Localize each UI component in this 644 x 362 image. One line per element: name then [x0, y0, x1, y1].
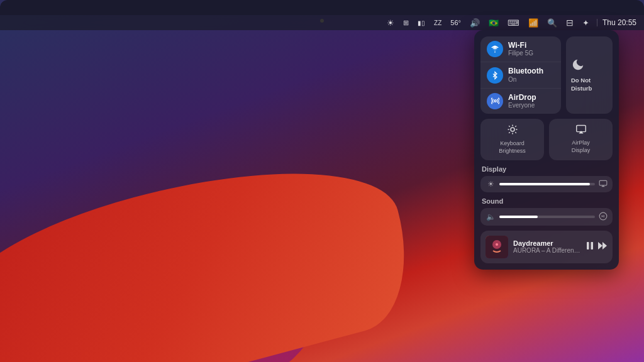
wave-shape [0, 133, 426, 362]
display-section-label: Display [480, 165, 613, 173]
track-artist: AURORA – A Different Kind of... [513, 247, 581, 254]
menubar: ☀ ⊞ ▮▯ ZZ 56° 🔊 🇧🇷 ⌨ [0, 15, 644, 30]
display-menubar-item[interactable]: ⊞ [401, 19, 411, 27]
cc-airplay-display-tile[interactable]: AirPlay Display [549, 119, 613, 160]
sound-slider-track[interactable] [499, 216, 595, 218]
wifi-icon: 📶 [528, 18, 538, 28]
dnd-label: Do NotDisturb [571, 77, 592, 92]
sound-slider-row: 🔈 [480, 208, 613, 226]
airdrop-tile-icon [487, 93, 503, 109]
svg-rect-20 [587, 242, 589, 250]
cc-small-tiles-row: Keyboard Brightness AirPlay Display [480, 119, 613, 160]
volume-menubar-item[interactable]: 🔊 [467, 18, 482, 28]
display-icon: ⊞ [403, 19, 409, 27]
notif-icon: ✦ [582, 18, 589, 28]
camera [320, 19, 324, 23]
svg-line-10 [515, 126, 516, 127]
svg-point-1 [494, 100, 496, 102]
airplay-display-icon [575, 124, 587, 137]
svg-rect-21 [591, 242, 594, 250]
sound-section-label: Sound [480, 197, 613, 205]
bluetooth-tile-text: Bluetooth On [508, 67, 555, 83]
display-slider-left-icon: ☀ [486, 180, 496, 189]
wifi-label: Wi-Fi [508, 41, 555, 50]
wifi-menubar-item[interactable]: 📶 [526, 18, 541, 28]
cc-now-playing: Daydreamer AURORA – A Different Kind of.… [480, 231, 613, 263]
control-center-icon: ⊟ [566, 18, 574, 28]
cc-airdrop-item[interactable]: AirDrop Everyone [480, 89, 561, 114]
airdrop-tile-text: AirDrop Everyone [508, 93, 555, 109]
album-art [486, 236, 508, 258]
airdrop-sub: Everyone [508, 102, 555, 109]
bluetooth-label: Bluetooth [508, 67, 555, 75]
keyboard-brightness-icon [507, 124, 518, 138]
svg-rect-12 [599, 180, 607, 185]
battery-icon: ▮▯ [418, 19, 425, 26]
spotlight-icon: 🔍 [547, 18, 557, 28]
bluetooth-sub: On [508, 76, 555, 84]
cc-keyboard-brightness-tile[interactable]: Keyboard Brightness [480, 119, 544, 160]
svg-point-19 [496, 243, 498, 246]
sound-slider-right-icon [599, 212, 608, 222]
wifi-sub: Filipe 5G [508, 50, 555, 57]
skip-forward-button[interactable] [597, 241, 608, 252]
brightness-menubar-item[interactable]: ☀ [384, 18, 397, 28]
svg-marker-23 [602, 242, 607, 250]
display-slider-track[interactable] [499, 183, 595, 185]
temp-icon: ZZ [434, 19, 441, 26]
menubar-datetime: Thu 20:55 [602, 18, 636, 27]
airplay-display-label: AirPlay Display [572, 140, 591, 154]
notif-menubar-item[interactable]: ✦ [580, 18, 592, 28]
cc-bluetooth-item[interactable]: Bluetooth On [480, 62, 561, 88]
playback-controls [586, 241, 608, 252]
svg-line-9 [509, 132, 510, 133]
keyboard-brightness-label: Keyboard Brightness [499, 140, 526, 155]
volume-icon: 🔊 [470, 18, 480, 28]
input-menubar-item[interactable]: 🇧🇷 [486, 18, 501, 28]
svg-point-0 [494, 52, 496, 53]
menubar-separator [597, 19, 597, 26]
control-center-menubar-item[interactable]: ⊟ [564, 18, 576, 28]
track-info: Daydreamer AURORA – A Different Kind of.… [513, 239, 581, 254]
flag-icon: 🇧🇷 [489, 18, 499, 28]
keyboard-icon: ⌨ [508, 18, 519, 28]
control-center-panel: Wi-Fi Filipe 5G Bluetooth On [474, 30, 619, 270]
svg-point-2 [511, 128, 514, 131]
cc-display-section: Display ☀ [480, 165, 613, 192]
cc-connectivity-stack: Wi-Fi Filipe 5G Bluetooth On [480, 36, 561, 114]
airdrop-label: AirDrop [508, 93, 555, 102]
svg-line-5 [509, 126, 510, 127]
bluetooth-tile-icon [487, 67, 503, 84]
keyboard-menubar-item[interactable]: ⌨ [505, 18, 522, 28]
track-name: Daydreamer [513, 239, 581, 247]
cc-top-row: Wi-Fi Filipe 5G Bluetooth On [480, 36, 613, 114]
sound-slider-left-icon: 🔈 [486, 212, 496, 221]
battery-menubar-item[interactable]: ▮▯ [415, 19, 428, 26]
laptop-frame: ☀ ⊞ ▮▯ ZZ 56° 🔊 🇧🇷 ⌨ [0, 0, 644, 362]
temp-menubar-item[interactable]: ZZ [431, 19, 444, 26]
menubar-items: ☀ ⊞ ▮▯ ZZ 56° 🔊 🇧🇷 ⌨ [384, 18, 636, 28]
spotlight-menubar-item[interactable]: 🔍 [545, 18, 560, 28]
cc-wifi-item[interactable]: Wi-Fi Filipe 5G [480, 36, 561, 62]
temp-value: 56° [448, 19, 464, 26]
svg-line-6 [515, 132, 516, 133]
cc-sound-section: Sound 🔈 [480, 197, 613, 226]
wifi-tile-text: Wi-Fi Filipe 5G [508, 41, 555, 57]
brightness-icon: ☀ [387, 18, 394, 28]
sound-slider-fill [499, 216, 538, 218]
display-slider-fill [499, 183, 590, 185]
display-slider-right-icon [599, 180, 608, 189]
wifi-tile-icon [487, 41, 503, 57]
cc-dnd-tile[interactable]: Do NotDisturb [566, 36, 613, 114]
svg-rect-11 [576, 126, 586, 132]
pause-button[interactable] [586, 241, 594, 252]
display-slider-row: ☀ [480, 176, 613, 192]
dnd-icon [571, 58, 585, 75]
svg-marker-22 [598, 242, 602, 250]
